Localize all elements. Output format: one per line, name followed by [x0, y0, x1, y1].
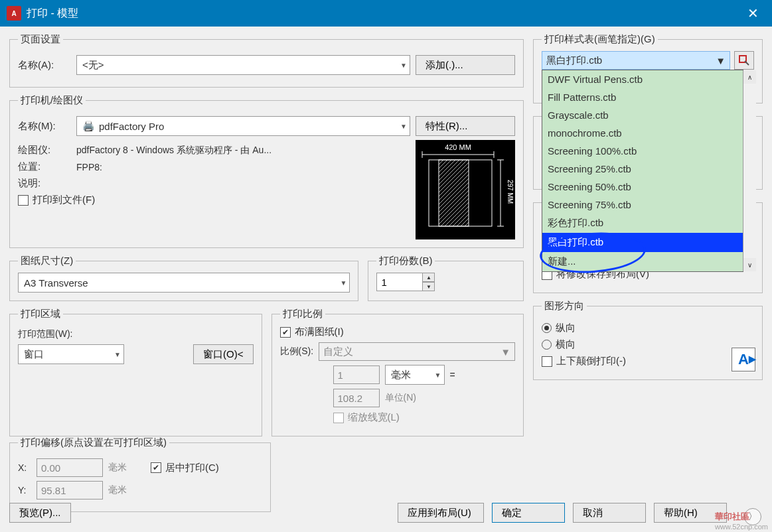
orientation-preview-icon: A▶ [732, 348, 755, 371]
printer-props-button[interactable]: 特性(R)... [416, 116, 515, 136]
upside-down-checkbox[interactable]: 上下颠倒打印(-) [542, 355, 626, 367]
cancel-button[interactable]: 取消 [573, 503, 646, 523]
scale-combo: 自定义 ▼ [319, 342, 515, 361]
dropdown-scrollbar[interactable]: ∧ ∨ [743, 70, 756, 271]
offset-x-label: X: [18, 462, 31, 473]
plot-style-legend: 打印样式表(画笔指定)(G) [542, 33, 658, 46]
chevron-down-icon: ▼ [501, 346, 510, 358]
scale-label: 比例(S): [280, 346, 314, 358]
plot-style-item[interactable]: Screening 75%.ctb [542, 196, 743, 214]
plot-style-item[interactable]: Screening 25%.ctb [542, 160, 743, 178]
scale-lineweights-checkbox: 缩放线宽(L) [333, 411, 400, 424]
help-button[interactable]: 帮助(H) [654, 503, 727, 523]
offset-x-input [37, 458, 103, 477]
plot-offset-legend: 打印偏移(原点设置在可打印区域) [18, 436, 169, 449]
spin-down[interactable]: ▼ [423, 282, 435, 291]
plot-scale-group: 打印比例 ✔布满图纸(I) 比例(S): 自定义 ▼ [271, 308, 524, 436]
page-setup-name-label: 名称(A): [18, 59, 71, 72]
what-to-plot-label: 打印范围(W): [18, 328, 254, 340]
scale-unit-value: 毫米 [391, 369, 411, 381]
spin-up[interactable]: ▲ [423, 273, 435, 282]
svg-text:297 MM: 297 MM [506, 180, 514, 204]
copies-group: 打印份数(B) ▲▼ [368, 255, 524, 301]
portrait-radio[interactable]: 纵向 [542, 322, 576, 334]
center-plot-checkbox[interactable]: ✔居中打印(C) [151, 462, 219, 474]
plot-style-dropdown[interactable]: DWF Virtual Pens.ctb Fill Patterns.ctb G… [542, 70, 743, 272]
scale-units-label: 单位(N) [385, 392, 416, 404]
expand-dialog-button[interactable]: 〉 [744, 508, 761, 525]
window-title: 打印 - 模型 [27, 7, 78, 21]
scale-value: 自定义 [323, 346, 353, 358]
offset-x-unit: 毫米 [108, 462, 127, 474]
center-plot-label: 居中打印(C) [165, 462, 219, 474]
apply-to-layout-button[interactable]: 应用到布局(U) [398, 503, 484, 523]
titlebar: A 打印 - 模型 ✕ [0, 0, 772, 27]
page-setup-name-combo[interactable]: <无> ▼ [76, 55, 410, 75]
scroll-down-icon[interactable]: ∨ [743, 258, 756, 271]
chevron-down-icon: ▼ [435, 371, 441, 379]
page-setup-legend: 页面设置 [18, 33, 63, 46]
plot-style-item[interactable]: Grayscale.ctb [542, 106, 743, 124]
plot-style-item-selected[interactable]: 黑白打印.ctb [542, 233, 743, 252]
svg-rect-8 [439, 160, 469, 226]
ok-button[interactable]: 确定 [492, 503, 565, 523]
paper-size-legend: 图纸尺寸(Z) [18, 255, 76, 267]
scale-mm-input [333, 366, 380, 384]
plot-style-item[interactable]: 彩色打印.ctb [542, 214, 743, 233]
plot-style-item[interactable]: Screening 50%.ctb [542, 178, 743, 196]
chevron-down-icon: ▼ [400, 123, 407, 130]
fit-to-paper-label: 布满图纸(I) [295, 326, 344, 338]
paper-size-value: A3 Transverse [24, 277, 88, 289]
printer-name-combo[interactable]: 🖨️ pdfFactory Pro ▼ [76, 116, 410, 136]
plot-to-file-label: 打印到文件(F) [33, 194, 95, 206]
window-select-button[interactable]: 窗口(O)< [193, 344, 253, 364]
equals-label: = [450, 369, 455, 380]
copies-spinner[interactable]: ▲▼ [376, 273, 515, 291]
scale-unit-combo[interactable]: 毫米 ▼ [385, 365, 445, 385]
fit-to-paper-checkbox[interactable]: ✔布满图纸(I) [280, 326, 344, 338]
where-label: 位置: [18, 161, 71, 173]
plot-style-combo[interactable]: 黑白打印.ctb ▼ [542, 51, 730, 70]
add-page-setup-button[interactable]: 添加(.)... [416, 55, 515, 75]
scale-units-input [333, 389, 380, 407]
plotter-value: pdfFactory 8 - Windows 系统驱动程序 - 由 Au... [76, 145, 271, 157]
paper-size-group: 图纸尺寸(Z) A3 Transverse ▼ [9, 255, 358, 301]
what-to-plot-value: 窗口 [24, 348, 44, 361]
scroll-up-icon[interactable]: ∧ [743, 70, 756, 84]
plot-style-item[interactable]: Screening 100%.ctb [542, 142, 743, 160]
printer-legend: 打印机/绘图仪 [18, 94, 86, 107]
printer-name-value: pdfFactory Pro [99, 121, 164, 132]
plot-style-item[interactable]: DWF Virtual Pens.ctb [542, 70, 743, 88]
chevron-down-icon: ▼ [114, 351, 121, 358]
printer-icon: 🖨️ [82, 120, 95, 132]
scale-lw-label: 缩放线宽(L) [348, 411, 400, 424]
printer-name-label: 名称(M): [18, 120, 71, 133]
copies-input[interactable] [376, 273, 423, 291]
where-value: FPP8: [76, 162, 102, 172]
landscape-radio[interactable]: 横向 [542, 338, 576, 351]
plot-style-item[interactable]: 新建... [542, 252, 743, 271]
plot-offset-group: 打印偏移(原点设置在可打印区域) X: 毫米 ✔居中打印(C) Y: 毫米 [9, 436, 271, 512]
offset-y-label: Y: [18, 485, 31, 496]
close-button[interactable]: ✕ [741, 5, 765, 21]
edit-plot-style-button[interactable] [734, 51, 754, 70]
preview-button[interactable]: 预览(P)... [9, 503, 71, 523]
orientation-legend: 图形方向 [542, 300, 587, 312]
offset-y-input [37, 481, 103, 499]
app-icon: A [7, 6, 21, 21]
paper-preview: 420 MM 297 MM [416, 140, 515, 239]
offset-y-unit: 毫米 [108, 484, 127, 496]
plot-style-value: 黑白打印.ctb [546, 54, 602, 67]
plot-style-group: 打印样式表(画笔指定)(G) 黑白打印.ctb ▼ DWF Virtual Pe… [533, 33, 763, 103]
plot-area-group: 打印区域 打印范围(W): 窗口 ▼ 窗口(O)< [9, 308, 262, 436]
orientation-group: 图形方向 纵向 横向 上下颠倒打印(-) A▶ [533, 300, 763, 380]
plot-scale-legend: 打印比例 [280, 308, 325, 320]
chevron-down-icon: ▼ [341, 279, 347, 287]
printer-group: 打印机/绘图仪 名称(M): 🖨️ pdfFactory Pro ▼ 特性(R)… [9, 94, 524, 248]
what-to-plot-combo[interactable]: 窗口 ▼ [18, 344, 124, 364]
paper-size-combo[interactable]: A3 Transverse ▼ [18, 273, 350, 293]
plot-style-item[interactable]: Fill Patterns.ctb [542, 88, 743, 106]
plot-style-item[interactable]: monochrome.ctb [542, 124, 743, 142]
plotter-label: 绘图仪: [18, 144, 71, 157]
plot-to-file-checkbox[interactable]: 打印到文件(F) [18, 194, 95, 206]
